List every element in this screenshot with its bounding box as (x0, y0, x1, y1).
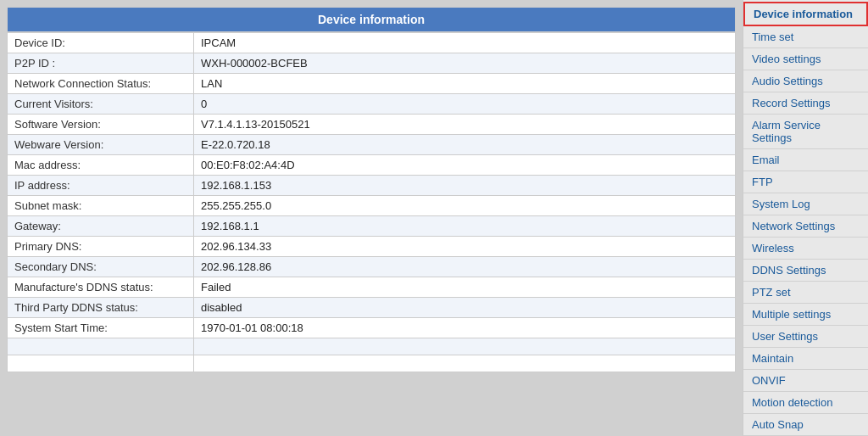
row-value-empty (194, 355, 736, 372)
row-label: Subnet mask: (8, 196, 194, 216)
sidebar-item-auto-snap[interactable]: Auto Snap (743, 414, 868, 436)
row-label: Current Visitors: (8, 94, 194, 115)
table-row: Current Visitors:0 (8, 94, 736, 115)
row-value: IPCAM (194, 33, 736, 53)
sidebar-item-time-set[interactable]: Time set (743, 26, 868, 48)
table-row-empty (8, 355, 736, 372)
row-label: Mac address: (8, 155, 194, 176)
sidebar-item-audio-settings[interactable]: Audio Settings (743, 70, 868, 92)
sidebar-item-ptz-set[interactable]: PTZ set (743, 282, 868, 304)
table-row: Manufacture's DDNS status:Failed (8, 277, 736, 298)
table-row: System Start Time:1970-01-01 08:00:18 (8, 318, 736, 338)
row-label: System Start Time: (8, 318, 194, 338)
sidebar-item-maintain[interactable]: Maintain (743, 348, 868, 370)
row-value-empty (194, 338, 736, 355)
table-row: Mac address:00:E0:F8:02:A4:4D (8, 155, 736, 176)
table-row: Subnet mask:255.255.255.0 (8, 196, 736, 216)
row-value: disabled (194, 298, 736, 318)
row-label-empty (8, 355, 194, 372)
row-value: 0 (194, 94, 736, 115)
sidebar-item-onvif[interactable]: ONVIF (743, 370, 868, 392)
row-label: Secondary DNS: (8, 257, 194, 277)
sidebar: Device informationTime setVideo settings… (743, 0, 868, 436)
row-value: E-22.0.720.18 (194, 135, 736, 155)
table-title: Device information (8, 8, 736, 32)
row-value: 202.96.134.33 (194, 237, 736, 257)
row-label: Manufacture's DDNS status: (8, 277, 194, 298)
device-info-table: Device information (7, 7, 736, 32)
row-label-empty (8, 338, 194, 355)
row-label: Network Connection Status: (8, 74, 194, 94)
sidebar-item-video-settings[interactable]: Video settings (743, 48, 868, 70)
sidebar-item-ddns-settings[interactable]: DDNS Settings (743, 260, 868, 282)
table-row-empty (8, 338, 736, 355)
sidebar-item-wireless[interactable]: Wireless (743, 238, 868, 260)
row-label: Device ID: (8, 33, 194, 53)
sidebar-item-multiple-settings[interactable]: Multiple settings (743, 304, 868, 326)
row-value: Failed (194, 277, 736, 298)
sidebar-item-user-settings[interactable]: User Settings (743, 326, 868, 348)
sidebar-item-device-information[interactable]: Device information (743, 2, 868, 26)
sidebar-item-network-settings[interactable]: Network Settings (743, 215, 868, 238)
table-row: IP address:192.168.1.153 (8, 176, 736, 196)
row-value: LAN (194, 74, 736, 94)
row-value: 00:E0:F8:02:A4:4D (194, 155, 736, 176)
row-value: 255.255.255.0 (194, 196, 736, 216)
table-row: Network Connection Status:LAN (8, 74, 736, 94)
row-value: 1970-01-01 08:00:18 (194, 318, 736, 338)
row-label: P2P ID : (8, 53, 194, 74)
row-value: V7.1.4.1.13-20150521 (194, 115, 736, 135)
row-label: Software Version: (8, 115, 194, 135)
row-label: IP address: (8, 176, 194, 196)
table-row: Gateway:192.168.1.1 (8, 216, 736, 237)
row-value: 192.168.1.1 (194, 216, 736, 237)
table-row: Webware Version:E-22.0.720.18 (8, 135, 736, 155)
device-data-table: Device ID:IPCAMP2P ID :WXH-000002-BCFEBN… (7, 32, 736, 372)
row-value: 202.96.128.86 (194, 257, 736, 277)
row-label: Gateway: (8, 216, 194, 237)
sidebar-item-system-log[interactable]: System Log (743, 193, 868, 215)
row-label: Webware Version: (8, 135, 194, 155)
row-label: Third Party DDNS status: (8, 298, 194, 318)
row-value: WXH-000002-BCFEB (194, 53, 736, 74)
table-header-row: Device information (8, 8, 736, 32)
row-label: Primary DNS: (8, 237, 194, 257)
table-row: Third Party DDNS status:disabled (8, 298, 736, 318)
table-row: Software Version:V7.1.4.1.13-20150521 (8, 115, 736, 135)
table-row: P2P ID :WXH-000002-BCFEB (8, 53, 736, 74)
sidebar-item-record-settings[interactable]: Record Settings (743, 92, 868, 115)
main-content: Device information Device ID:IPCAMP2P ID… (0, 0, 743, 436)
table-row: Primary DNS:202.96.134.33 (8, 237, 736, 257)
sidebar-item-motion-detection[interactable]: Motion detection (743, 392, 868, 414)
table-row: Secondary DNS:202.96.128.86 (8, 257, 736, 277)
sidebar-item-ftp[interactable]: FTP (743, 171, 868, 193)
sidebar-item-email[interactable]: Email (743, 149, 868, 171)
row-value: 192.168.1.153 (194, 176, 736, 196)
table-row: Device ID:IPCAM (8, 33, 736, 53)
sidebar-item-alarm-service-settings[interactable]: Alarm Service Settings (743, 115, 868, 149)
